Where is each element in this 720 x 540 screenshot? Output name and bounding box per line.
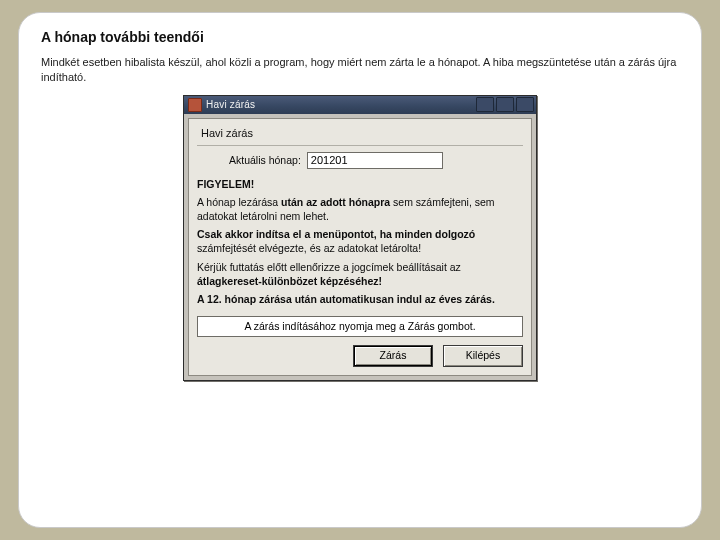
warn-2b: számfejtését elvégezte, és az adatokat l…	[197, 242, 421, 254]
embedded-dialog: Havi zárás Havi zárás Aktuális hónap: 20…	[183, 95, 537, 381]
dialog-heading: Havi zárás	[197, 125, 523, 146]
dialog-titlebar: Havi zárás	[184, 96, 536, 114]
current-month-row: Aktuális hónap: 201201	[197, 152, 523, 169]
card-body-text: Mindkét esetben hibalista készül, ahol k…	[41, 55, 679, 85]
exit-button[interactable]: Kilépés	[443, 345, 523, 367]
app-icon	[188, 98, 202, 112]
button-row: Zárás Kilépés	[197, 345, 523, 367]
maximize-button[interactable]	[496, 97, 514, 112]
warn-3a: Kérjük futtatás előtt ellenőrizze a jogc…	[197, 261, 461, 273]
current-month-label: Aktuális hónap:	[229, 154, 301, 166]
doc-card: A hónap további teendői Mindkét esetben …	[18, 12, 702, 528]
minimize-button[interactable]	[476, 97, 494, 112]
current-month-input[interactable]: 201201	[307, 152, 443, 169]
prompt-box: A zárás indításához nyomja meg a Zárás g…	[197, 316, 523, 337]
warn-heading: FIGYELEM!	[197, 178, 254, 190]
warn-3b: átlagkereset-különbözet képzéséhez!	[197, 275, 382, 287]
dialog-body: Havi zárás Aktuális hónap: 201201 FIGYEL…	[188, 118, 532, 376]
warn-1b: után az adott hónapra	[281, 196, 390, 208]
warning-text: FIGYELEM! A hónap lezárása után az adott…	[197, 177, 523, 306]
close-button[interactable]	[516, 97, 534, 112]
warn-1a: A hónap lezárása	[197, 196, 281, 208]
close-month-button[interactable]: Zárás	[353, 345, 433, 367]
warn-2a: Csak akkor indítsa el a menüpontot, ha m…	[197, 228, 475, 240]
card-title: A hónap további teendői	[41, 29, 679, 45]
warn-4: A 12. hónap zárása után automatikusan in…	[197, 293, 495, 305]
dialog-titlebar-text: Havi zárás	[206, 99, 474, 110]
